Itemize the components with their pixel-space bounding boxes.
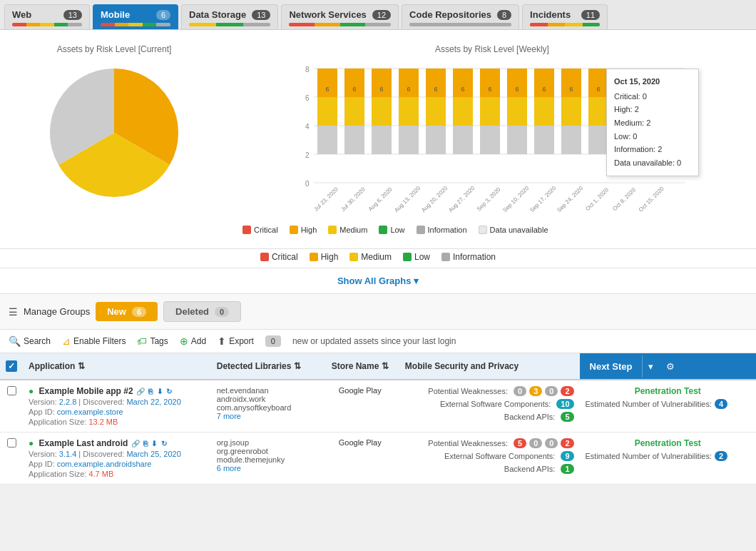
row1-store: Google Play <box>321 380 399 433</box>
svg-rect-10 <box>317 126 337 154</box>
deleted-group-tab[interactable]: Deleted 0 <box>163 301 241 322</box>
row2-download-icon[interactable]: ⬇ <box>151 440 157 448</box>
row2-link-icon[interactable]: 🔗 <box>131 440 140 448</box>
pie-section: Assets by Risk Level [Current] <box>14 44 214 234</box>
tab-label-code-repositories: Code Repositories <box>409 9 491 20</box>
legend-medium-box <box>328 226 337 234</box>
row1-est-vuln: Estimated Number of Vulnerabilities: 4 <box>586 399 750 409</box>
tab-colorbar-web <box>12 23 82 26</box>
tab-colorbar-code-repositories <box>409 23 511 26</box>
svg-rect-22 <box>372 69 392 97</box>
th-store[interactable]: Store Name ⇅ <box>321 353 399 380</box>
export-button[interactable]: ⬆ Export <box>218 335 254 347</box>
row1-refresh-icon[interactable]: ↻ <box>166 388 172 395</box>
svg-rect-50 <box>534 126 554 154</box>
row2-penetration-test: Penetration Test <box>586 438 750 448</box>
row2-api-count: 1 <box>561 464 573 474</box>
row1-version[interactable]: 2.2.8 <box>59 398 76 406</box>
groups-bar: ☰ Manage Groups New 6 Deleted 0 <box>0 294 756 330</box>
row2-lib-more[interactable]: 6 more <box>217 464 315 472</box>
svg-text:Sep 3, 2020: Sep 3, 2020 <box>476 186 502 212</box>
tab-count-code-repositories: 8 <box>497 10 511 20</box>
svg-text:Sep 24, 2020: Sep 24, 2020 <box>556 185 584 213</box>
svg-text:6: 6 <box>325 86 329 93</box>
hamburger-icon[interactable]: ☰ <box>9 306 18 318</box>
tab-code-repositories[interactable]: Code Repositories8 <box>402 4 519 29</box>
bar-chart-area: 8 6 4 2 0 <box>242 61 742 218</box>
pie-legend-high: High <box>310 252 339 262</box>
row2-copy-icon[interactable]: ⎘ <box>143 440 148 448</box>
tab-web[interactable]: Web13 <box>4 4 90 29</box>
tab-count-network-services: 12 <box>372 10 391 20</box>
manage-groups-button[interactable]: Manage Groups <box>24 306 90 317</box>
settings-col-button[interactable]: ⚙ <box>659 355 682 378</box>
svg-text:Jul 30, 2020: Jul 30, 2020 <box>340 186 367 213</box>
show-graphs-button[interactable]: Show All Graphs ▾ <box>337 276 419 286</box>
th-application-label: Application <box>29 361 75 371</box>
row1-lib-more[interactable]: 7 more <box>217 412 315 420</box>
new-group-tab[interactable]: New 6 <box>96 302 158 321</box>
row1-app-name: ● Example Mobile app #2 🔗 ⎘ ⬇ ↻ <box>29 386 205 396</box>
row1-vuln-count: 4 <box>715 399 727 409</box>
svg-text:Aug 6, 2020: Aug 6, 2020 <box>367 186 394 212</box>
tooltip-date: Oct 15, 2020 <box>614 75 691 89</box>
row2-app-id-link[interactable]: com.example.androidshare <box>57 460 152 468</box>
filter-icon: ⊿ <box>62 335 71 347</box>
row2-checkbox[interactable] <box>7 438 16 448</box>
tab-incidents[interactable]: Incidents11 <box>522 4 608 29</box>
th-application[interactable]: Application ⇅ <box>23 353 211 380</box>
legend-unavail-label: Data unavailable <box>490 226 548 234</box>
deleted-tab-label: Deleted <box>175 306 209 317</box>
row1-potential-weaknesses: Potential Weaknesses: 0 3 0 2 <box>405 386 574 396</box>
svg-rect-17 <box>344 69 364 97</box>
svg-text:6: 6 <box>434 86 437 93</box>
svg-text:Sep 17, 2020: Sep 17, 2020 <box>528 185 557 213</box>
row2-pw-critical: 5 <box>514 438 526 448</box>
row1-link-icon[interactable]: 🔗 <box>136 388 145 395</box>
table-row: ● Example Mobile app #2 🔗 ⎘ ⬇ ↻ Version:… <box>0 380 756 433</box>
svg-rect-57 <box>561 69 581 97</box>
search-button[interactable]: 🔍 Search <box>9 335 51 347</box>
row1-discovered[interactable]: March 22, 2020 <box>126 398 180 406</box>
tabs-bar: Web13Mobile6Data Storage13Network Servic… <box>0 0 756 30</box>
svg-text:6: 6 <box>488 86 491 93</box>
row1-app-id-link[interactable]: com.example.store <box>57 408 123 416</box>
legend-medium-label: Medium <box>339 226 367 234</box>
row2-security: Potential Weaknesses: 5 0 0 2 External S… <box>399 433 580 485</box>
next-step-button[interactable]: Next Step <box>580 355 643 378</box>
asset-table: ✓ Application ⇅ Detected Libraries ⇅ Sto… <box>0 353 756 485</box>
select-all-checkbox[interactable]: ✓ <box>6 360 17 372</box>
add-button[interactable]: ⊕ Add <box>180 335 206 347</box>
row1-next-step: Penetration Test Estimated Number of Vul… <box>580 380 756 433</box>
th-nextstep: Next Step ▾ ⚙ <box>580 353 756 380</box>
row1-penetration-test: Penetration Test <box>586 386 750 396</box>
pie-legend-information: Information <box>441 252 496 262</box>
row2-version[interactable]: 3.1.4 <box>59 450 76 458</box>
row2-lib2: org.greenrobot <box>217 447 315 455</box>
th-libraries[interactable]: Detected Libraries ⇅ <box>211 353 321 380</box>
svg-rect-45 <box>507 126 527 154</box>
svg-rect-41 <box>480 97 500 126</box>
row1-copy-icon[interactable]: ⎘ <box>148 388 153 395</box>
row1-download-icon[interactable]: ⬇ <box>157 388 163 395</box>
tab-data-storage[interactable]: Data Storage13 <box>181 4 278 29</box>
tab-count-data-storage: 13 <box>252 10 270 20</box>
tags-button[interactable]: 🏷 Tags <box>137 335 168 347</box>
tab-mobile[interactable]: Mobile6 <box>93 4 178 29</box>
row2-pw-high: 0 <box>529 438 542 448</box>
row1-checkbox[interactable] <box>7 386 16 395</box>
row1-backend-apis: Backend APIs: 5 <box>405 412 574 422</box>
next-step-dropdown[interactable]: ▾ <box>642 355 659 378</box>
row2-discovered[interactable]: March 25, 2020 <box>126 450 180 458</box>
row1-api-count: 5 <box>561 412 573 422</box>
svg-rect-62 <box>588 69 608 97</box>
tooltip-high: High: 2 <box>614 103 691 116</box>
row2-ext-count: 9 <box>561 451 573 461</box>
pie-legend-critical: Critical <box>260 252 298 262</box>
tab-network-services[interactable]: Network Services12 <box>281 4 399 29</box>
row2-application: ● Example Last android 🔗 ⎘ ⬇ ↻ Version: … <box>23 433 211 485</box>
row2-refresh-icon[interactable]: ↻ <box>161 440 167 448</box>
svg-text:Aug 20, 2020: Aug 20, 2020 <box>420 185 449 213</box>
export-icon: ⬆ <box>218 335 226 347</box>
enable-filters-button[interactable]: ⊿ Enable Filters <box>62 335 126 347</box>
